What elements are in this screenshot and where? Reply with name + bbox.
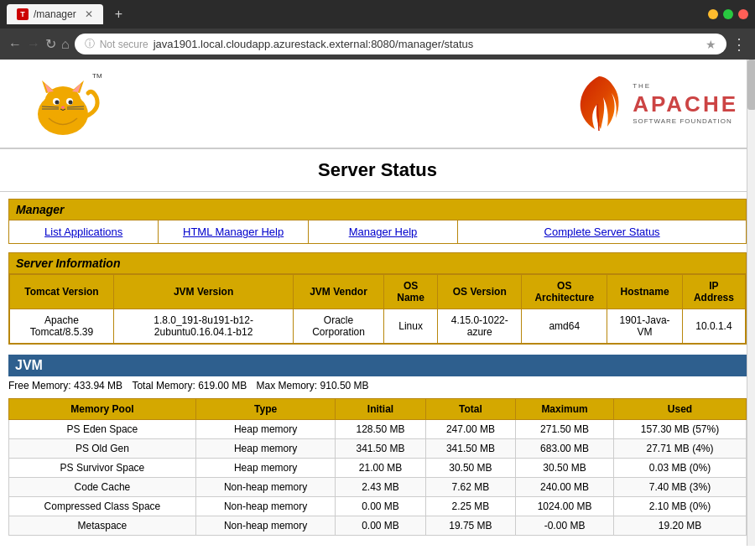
scrollbar[interactable] [747, 60, 755, 546]
th-mem-used: Used [614, 399, 747, 420]
home-button[interactable]: ⌂ [61, 37, 70, 52]
address-bar[interactable]: ⓘ Not secure java1901.local.cloudapp.azu… [75, 34, 726, 54]
tab-favicon: T [17, 8, 29, 20]
memory-cell-4: 1024.00 MB [516, 497, 614, 516]
memory-cell-1: Heap memory [195, 439, 336, 459]
th-jvm-vendor: JVM Vendor [294, 275, 384, 309]
td-os-version: 4.15.0-1022-azure [438, 309, 522, 344]
max-memory-value: 910.50 MB [320, 380, 369, 391]
free-memory-value: 433.94 MB [74, 380, 122, 391]
security-label: Not secure [100, 39, 148, 50]
th-mem-maximum: Maximum [516, 399, 614, 420]
memory-cell-0: Compressed Class Space [9, 497, 196, 516]
memory-cell-0: PS Survivor Space [9, 459, 196, 478]
nav-link-html-manager[interactable]: HTML Manager Help [159, 220, 308, 243]
memory-table-row: PS Survivor SpaceHeap memory21.00 MB30.5… [9, 459, 747, 478]
th-os-name: OS Name [383, 275, 438, 309]
nav-link-manager-help[interactable]: Manager Help [309, 220, 458, 243]
memory-table-row: Compressed Class SpaceNon-heap memory0.0… [9, 497, 747, 516]
bookmark-icon[interactable]: ★ [706, 38, 716, 51]
total-memory-value: 619.00 MB [198, 380, 247, 391]
menu-button[interactable]: ⋮ [732, 35, 747, 54]
scrollbar-thumb[interactable] [747, 60, 755, 110]
memory-cell-5: 2.10 MB (0%) [614, 497, 747, 516]
memory-cell-3: 19.75 MB [425, 516, 515, 536]
th-os-version: OS Version [438, 275, 522, 309]
page-title: Server Status [0, 149, 755, 192]
list-applications-link[interactable]: List Applications [44, 226, 122, 238]
memory-cell-0: PS Old Gen [9, 439, 196, 459]
th-mem-pool: Memory Pool [9, 399, 196, 420]
memory-cell-2: 21.00 MB [336, 459, 425, 478]
nav-link-complete-status[interactable]: Complete Server Status [458, 220, 746, 243]
server-table-header-row: Tomcat Version JVM Version JVM Vendor OS… [10, 275, 746, 309]
free-memory-label: Free Memory: [8, 380, 71, 391]
tab-close-icon[interactable]: ✕ [85, 8, 93, 20]
apache-text-area: THE APACHE SOFTWARE FOUNDATION [633, 82, 738, 125]
memory-cell-3: 7.62 MB [425, 478, 515, 497]
svg-point-10 [61, 106, 65, 109]
th-ip-address: IP Address [682, 275, 745, 309]
memory-table-header-row: Memory Pool Type Initial Total Maximum U… [9, 399, 747, 420]
td-jvm-vendor: Oracle Corporation [294, 309, 384, 344]
th-mem-total: Total [425, 399, 515, 420]
svg-text:TM: TM [92, 72, 102, 80]
site-header: TM THE [0, 60, 755, 149]
new-tab-button[interactable]: + [110, 5, 128, 23]
close-button[interactable] [738, 9, 748, 19]
th-hostname: Hostname [607, 275, 682, 309]
window-controls [708, 9, 748, 19]
th-jvm-version: JVM Version [113, 275, 293, 309]
html-manager-link[interactable]: HTML Manager Help [183, 226, 284, 238]
memory-cell-5: 7.40 MB (3%) [614, 478, 747, 497]
server-info-section: Server Information Tomcat Version JVM Ve… [8, 252, 747, 345]
jvm-section: JVM Free Memory: 433.94 MB Total Memory:… [8, 355, 747, 536]
apache-feather-icon [574, 72, 624, 135]
address-text[interactable]: java1901.local.cloudapp.azurestack.exter… [154, 38, 700, 50]
jvm-section-header: JVM [8, 355, 747, 376]
maximize-button[interactable] [723, 9, 733, 19]
manager-section: Manager List Applications HTML Manager H… [8, 199, 747, 244]
memory-cell-0: Metaspace [9, 516, 196, 536]
jvm-memory-info: Free Memory: 433.94 MB Total Memory: 619… [8, 376, 747, 395]
memory-cell-2: 2.43 MB [336, 478, 425, 497]
memory-cell-5: 0.03 MB (0%) [614, 459, 747, 478]
tab-item[interactable]: T /manager ✕ [7, 4, 103, 24]
td-os-name: Linux [383, 309, 438, 344]
forward-button[interactable]: → [27, 37, 40, 52]
title-bar: T /manager ✕ + [0, 0, 755, 29]
td-ip-address: 10.0.1.4 [682, 309, 745, 344]
max-memory-label: Max Memory: [257, 380, 318, 391]
complete-server-status-link[interactable]: Complete Server Status [544, 226, 660, 238]
memory-cell-2: 0.00 MB [336, 516, 425, 536]
manager-help-link[interactable]: Manager Help [349, 226, 418, 238]
memory-cell-1: Heap memory [195, 459, 336, 478]
memory-table-row: PS Eden SpaceHeap memory128.50 MB247.00 … [9, 420, 747, 439]
memory-cell-2: 341.50 MB [336, 439, 425, 459]
memory-cell-1: Non-heap memory [195, 478, 336, 497]
memory-cell-1: Heap memory [195, 420, 336, 439]
page-content: TM THE [0, 60, 755, 546]
minimize-button[interactable] [708, 9, 718, 19]
address-bar-row: ← → ↻ ⌂ ⓘ Not secure java1901.local.clou… [0, 29, 755, 60]
th-mem-initial: Initial [336, 399, 425, 420]
memory-cell-3: 30.50 MB [425, 459, 515, 478]
th-mem-type: Type [195, 399, 336, 420]
manager-section-header: Manager [8, 199, 747, 220]
refresh-button[interactable]: ↻ [45, 36, 56, 52]
back-button[interactable]: ← [8, 37, 22, 52]
memory-cell-0: Code Cache [9, 478, 196, 497]
memory-cell-4: 683.00 MB [516, 439, 614, 459]
browser-window: T /manager ✕ + ← → ↻ ⌂ ⓘ Not secure java… [0, 0, 755, 546]
td-tomcat-version: Apache Tomcat/8.5.39 [10, 309, 114, 344]
nav-link-list-apps[interactable]: List Applications [9, 220, 159, 243]
tomcat-cat-icon: TM [17, 68, 109, 139]
memory-cell-4: 30.50 MB [516, 459, 614, 478]
memory-cell-3: 2.25 MB [425, 497, 515, 516]
apache-logo: THE APACHE SOFTWARE FOUNDATION [574, 72, 738, 135]
td-hostname: 1901-Java-VM [607, 309, 682, 344]
server-info-table: Tomcat Version JVM Version JVM Vendor OS… [9, 274, 746, 344]
memory-cell-5: 27.71 MB (4%) [614, 439, 747, 459]
memory-cell-4: 271.50 MB [516, 420, 614, 439]
server-info-data-row: Apache Tomcat/8.5.39 1.8.0_191-8u191-b12… [10, 309, 746, 344]
